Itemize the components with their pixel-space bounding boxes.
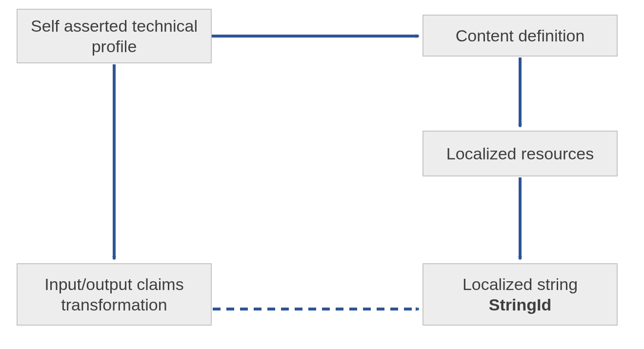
node-claims-transformation: Input/output claims transformation <box>17 263 212 326</box>
node-label: Input/output claims transformation <box>25 274 203 315</box>
node-label: Self asserted technical profile <box>25 16 203 57</box>
node-localized-resources: Localized resources <box>423 131 618 176</box>
node-localized-string: Localized string StringId <box>423 263 618 326</box>
node-label: Localized resources <box>446 143 594 164</box>
node-label: Content definition <box>456 25 585 46</box>
node-label: Localized string <box>463 274 578 295</box>
flow-diagram: Self asserted technical profile Content … <box>0 0 644 349</box>
node-self-asserted: Self asserted technical profile <box>17 9 212 63</box>
node-sublabel: StringId <box>489 294 551 315</box>
node-content-definition: Content definition <box>423 15 618 57</box>
